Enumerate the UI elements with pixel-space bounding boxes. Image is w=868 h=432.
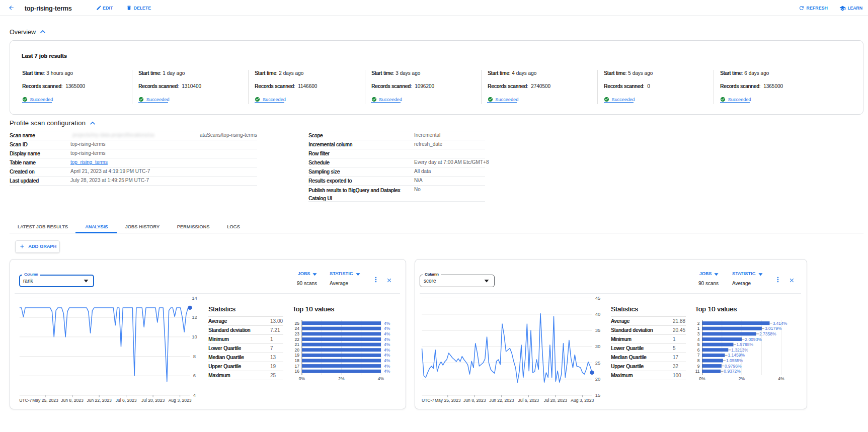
- svg-text:0.9796%: 0.9796%: [725, 364, 742, 369]
- svg-text:25: 25: [595, 360, 601, 366]
- svg-text:20: 20: [295, 348, 300, 353]
- svg-text:4%: 4%: [384, 337, 390, 342]
- svg-text:30: 30: [595, 343, 601, 349]
- svg-text:0%: 0%: [699, 376, 705, 381]
- svg-text:4%: 4%: [384, 348, 390, 353]
- svg-text:4%: 4%: [384, 358, 390, 363]
- svg-text:11: 11: [695, 369, 700, 374]
- svg-text:2.7358%: 2.7358%: [759, 331, 776, 336]
- svg-text:6: 6: [193, 373, 196, 378]
- svg-text:2%: 2%: [739, 376, 745, 381]
- svg-text:Jun 8, 2023: Jun 8, 2023: [61, 398, 84, 403]
- svg-text:Jul 6, 2023: Jul 6, 2023: [116, 398, 137, 403]
- svg-text:3.0179%: 3.0179%: [765, 326, 782, 331]
- svg-text:2.0093%: 2.0093%: [745, 337, 762, 342]
- svg-text:4%: 4%: [384, 342, 390, 347]
- svg-text:UTC-7: UTC-7: [422, 398, 434, 403]
- svg-text:7: 7: [697, 353, 700, 358]
- svg-text:2: 2: [697, 321, 700, 326]
- svg-text:4%: 4%: [384, 331, 390, 336]
- svg-text:15: 15: [595, 392, 601, 398]
- svg-text:20: 20: [595, 376, 601, 382]
- svg-text:18: 18: [295, 358, 300, 363]
- svg-text:4: 4: [193, 392, 196, 398]
- svg-text:35: 35: [595, 327, 601, 333]
- svg-text:4%: 4%: [384, 321, 390, 326]
- svg-text:9: 9: [697, 364, 700, 369]
- svg-text:1.0555%: 1.0555%: [726, 358, 743, 363]
- svg-text:8: 8: [193, 354, 196, 359]
- svg-text:45: 45: [595, 295, 601, 301]
- svg-text:8: 8: [697, 358, 700, 363]
- svg-text:14: 14: [192, 295, 197, 301]
- svg-text:Jun 22, 2023: Jun 22, 2023: [489, 398, 514, 403]
- svg-text:3.414%: 3.414%: [773, 321, 787, 326]
- svg-text:6: 6: [697, 348, 700, 353]
- svg-text:Jul 20, 2023: Jul 20, 2023: [544, 398, 568, 403]
- svg-text:Aug 3, 2023: Aug 3, 2023: [571, 398, 594, 403]
- svg-text:5: 5: [697, 342, 700, 347]
- svg-text:40: 40: [595, 311, 601, 317]
- svg-text:Jul 20, 2023: Jul 20, 2023: [141, 398, 165, 403]
- svg-text:4%: 4%: [384, 326, 390, 331]
- svg-text:0.9372%: 0.9372%: [724, 369, 741, 374]
- svg-text:4%: 4%: [378, 376, 384, 381]
- svg-text:UTC-7: UTC-7: [19, 398, 32, 403]
- svg-text:4%: 4%: [384, 369, 390, 374]
- svg-text:10: 10: [192, 334, 197, 339]
- svg-text:1.1459%: 1.1459%: [728, 353, 745, 358]
- svg-text:22: 22: [295, 337, 300, 342]
- svg-text:3: 3: [697, 331, 700, 336]
- svg-text:1: 1: [697, 326, 700, 331]
- svg-text:25: 25: [295, 321, 300, 326]
- svg-text:17: 17: [295, 364, 300, 369]
- svg-text:May 25, 2023: May 25, 2023: [435, 398, 461, 403]
- svg-text:4%: 4%: [384, 353, 390, 358]
- svg-text:24: 24: [295, 326, 300, 331]
- svg-text:Aug 3, 2023: Aug 3, 2023: [169, 398, 192, 403]
- svg-text:23: 23: [295, 331, 300, 336]
- svg-text:4%: 4%: [778, 376, 784, 381]
- svg-text:21: 21: [295, 342, 300, 347]
- svg-text:12: 12: [192, 314, 197, 320]
- svg-text:May 25, 2023: May 25, 2023: [32, 398, 58, 403]
- svg-text:Jul 6, 2023: Jul 6, 2023: [518, 398, 539, 403]
- svg-text:16: 16: [295, 369, 300, 374]
- svg-text:4%: 4%: [384, 364, 390, 369]
- svg-text:1.5788%: 1.5788%: [737, 342, 754, 347]
- svg-text:0%: 0%: [299, 376, 305, 381]
- svg-text:1.3213%: 1.3213%: [731, 348, 748, 353]
- svg-text:Jun 22, 2023: Jun 22, 2023: [87, 398, 112, 403]
- svg-text:2%: 2%: [338, 376, 345, 381]
- svg-text:19: 19: [295, 353, 300, 358]
- svg-text:Jun 8, 2023: Jun 8, 2023: [463, 398, 486, 403]
- svg-text:4: 4: [697, 337, 700, 342]
